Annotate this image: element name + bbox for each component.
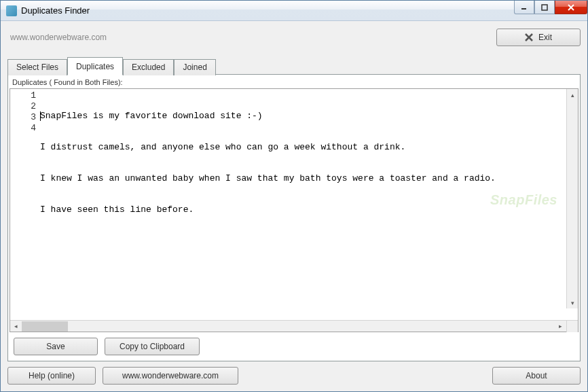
scroll-right-icon[interactable]: ▸ <box>555 321 566 332</box>
tab-joined[interactable]: Joined <box>174 59 215 75</box>
code-line: I knew I was an unwanted baby when I saw… <box>40 173 578 184</box>
tab-duplicates[interactable]: Duplicates <box>67 57 123 75</box>
editor-viewport: 1 2 3 4 SnapFiles is my favorite downloa… <box>10 89 578 320</box>
code-line: SnapFiles is my favorite download site :… <box>40 111 578 122</box>
line-number: 3 <box>10 112 36 123</box>
horizontal-scrollbar[interactable]: ◂ ▸ <box>10 320 578 332</box>
tab-select-files[interactable]: Select Files <box>7 59 67 75</box>
help-button[interactable]: Help (online) <box>7 367 96 385</box>
header-row: www.wonderwebware.com Exit <box>7 26 581 48</box>
line-number: 4 <box>10 123 36 134</box>
code-area[interactable]: SnapFiles is my favorite download site :… <box>40 89 578 320</box>
client-area: www.wonderwebware.com Exit Select Files … <box>1 21 587 391</box>
close-icon <box>567 4 575 11</box>
panel-caption: Duplicates ( Found in Both Files): <box>10 76 578 88</box>
minimize-button[interactable] <box>514 1 534 14</box>
app-icon <box>6 5 17 16</box>
footer-row: Help (online) www.wonderwebware.com Abou… <box>7 367 581 385</box>
about-button[interactable]: About <box>492 367 581 385</box>
tab-panel: Duplicates ( Found in Both Files): 1 2 3… <box>7 74 581 361</box>
save-button[interactable]: Save <box>14 338 98 355</box>
tab-strip: Select Files Duplicates Excluded Joined <box>7 56 581 75</box>
watermark: SnapFiles <box>490 194 557 205</box>
hscroll-thumb[interactable] <box>22 321 68 332</box>
window-title: Duplicates Finder <box>21 5 90 16</box>
scroll-corner <box>566 321 578 332</box>
footer-left: Help (online) www.wonderwebware.com <box>7 367 238 385</box>
code-line: I distrust camels, and anyone else who c… <box>40 142 578 153</box>
line-number: 2 <box>10 101 36 112</box>
site-button[interactable]: www.wonderwebware.com <box>103 367 238 385</box>
exit-label: Exit <box>538 33 552 42</box>
maximize-button[interactable] <box>534 1 555 14</box>
panel-button-row: Save Copy to Clipboard <box>10 332 578 359</box>
copy-button[interactable]: Copy to Clipboard <box>105 338 200 355</box>
close-button[interactable] <box>555 1 587 14</box>
minimize-icon <box>521 4 528 11</box>
svg-rect-1 <box>542 5 547 10</box>
window-controls <box>514 1 587 14</box>
scroll-up-icon[interactable]: ▴ <box>567 89 578 101</box>
app-window: Duplicates Finder www.wonderwebware.com … <box>0 0 588 392</box>
editor: 1 2 3 4 SnapFiles is my favorite downloa… <box>10 88 578 332</box>
maximize-icon <box>541 4 548 11</box>
line-number: 1 <box>10 90 36 101</box>
hscroll-track[interactable] <box>22 321 555 332</box>
tab-excluded[interactable]: Excluded <box>123 59 174 75</box>
exit-button[interactable]: Exit <box>496 29 581 46</box>
scroll-left-icon[interactable]: ◂ <box>10 321 22 332</box>
vertical-scrollbar[interactable]: ▴ ▾ <box>566 89 578 308</box>
exit-icon <box>525 33 533 41</box>
line-gutter: 1 2 3 4 <box>10 89 40 320</box>
titlebar[interactable]: Duplicates Finder <box>1 1 587 21</box>
scroll-down-icon[interactable]: ▾ <box>567 297 578 308</box>
code-line: I have seen this line before. <box>40 204 578 215</box>
header-url: www.wonderwebware.com <box>10 33 107 42</box>
